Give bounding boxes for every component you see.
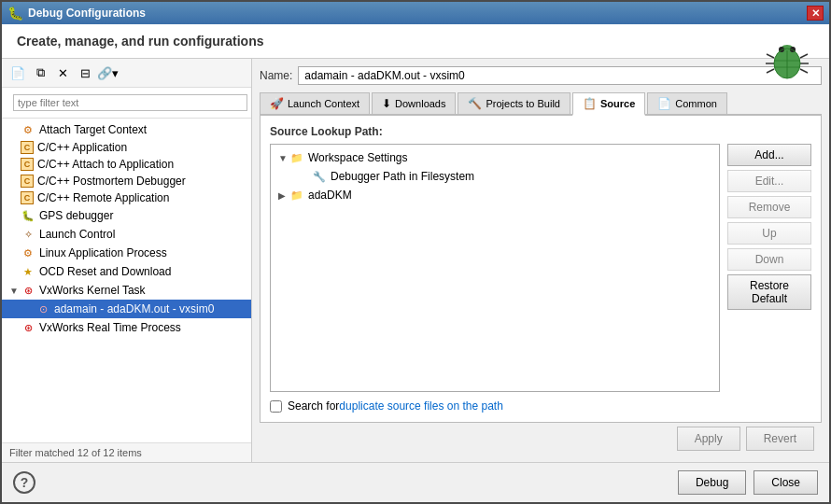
bug-logo bbox=[764, 37, 810, 84]
tab-launch-context[interactable]: 🚀 Launch Context bbox=[260, 92, 370, 114]
window-title: Debug Configurations bbox=[28, 7, 146, 20]
list-item-adamain[interactable]: ⊙ adamain - adaDKM.out - vxsim0 bbox=[2, 300, 251, 318]
wrench-icon: ✧ bbox=[21, 227, 35, 242]
debug-configurations-window: 🐛 Debug Configurations ✕ Create, manage,… bbox=[0, 0, 831, 504]
list-item-vxworks-rtp[interactable]: ⊛ VxWorks Real Time Process bbox=[2, 318, 251, 337]
filter-status: Filter matched 12 of 12 items bbox=[2, 442, 251, 462]
name-row: Name: bbox=[260, 66, 822, 85]
source-lookup-tree[interactable]: ▼ 📁 Workspace Settings 🔧 Debugger Path i… bbox=[270, 144, 720, 392]
source-tree-debugger-path[interactable]: 🔧 Debugger Path in Filesystem bbox=[275, 167, 715, 186]
star-icon: ★ bbox=[21, 264, 35, 279]
tabs-bar: 🚀 Launch Context ⬇ Downloads 🔨 Projects … bbox=[260, 92, 822, 116]
source-tab-content: Source Lookup Path: ▼ 📁 Workspace Settin… bbox=[260, 116, 822, 423]
duplicate-source-checkbox[interactable] bbox=[270, 400, 282, 413]
help-button[interactable]: ? bbox=[13, 471, 35, 494]
left-panel: 📄 ⧉ ✕ ⊟ 🔗▾ ⚙ Attach Target Context bbox=[2, 59, 252, 462]
checkbox-prefix-text: Search for bbox=[288, 399, 339, 413]
add-button[interactable]: Add... bbox=[727, 144, 811, 166]
title-bar: 🐛 Debug Configurations ✕ bbox=[2, 2, 829, 24]
left-toolbar: 📄 ⧉ ✕ ⊟ 🔗▾ bbox=[2, 59, 251, 88]
down-button[interactable]: Down bbox=[727, 248, 811, 271]
close-button[interactable]: Close bbox=[754, 470, 818, 495]
folder-icon: 📁 bbox=[289, 188, 304, 203]
list-item-cpp-remote[interactable]: C C/C++ Remote Application bbox=[2, 189, 251, 206]
right-panel: Name: 🚀 Launch Context ⬇ Downloads 🔨 Pro… bbox=[252, 59, 829, 462]
apply-button[interactable]: Apply bbox=[677, 427, 740, 451]
folder-open-icon: 📁 bbox=[289, 150, 304, 165]
edit-button[interactable]: Edit... bbox=[727, 170, 811, 192]
c-icon: C bbox=[21, 191, 34, 204]
source-tab-icon: 📋 bbox=[583, 97, 597, 110]
svg-line-9 bbox=[800, 69, 808, 73]
link-button[interactable]: 🔗▾ bbox=[97, 63, 118, 83]
bug-icon: 🐛 bbox=[21, 208, 35, 223]
vx-small-icon: ⊙ bbox=[35, 301, 50, 316]
list-item-vxworks-kernel[interactable]: ▼ ⊛ VxWorks Kernel Task bbox=[2, 281, 251, 300]
launch-context-tab-icon: 🚀 bbox=[270, 97, 284, 110]
delete-config-button[interactable]: ✕ bbox=[52, 63, 73, 83]
header-area: Create, manage, and run configurations bbox=[2, 24, 829, 59]
tab-source[interactable]: 📋 Source bbox=[572, 92, 645, 116]
projects-build-tab-icon: 🔨 bbox=[468, 97, 482, 110]
list-item-launch-control[interactable]: ✧ Launch Control bbox=[2, 225, 251, 244]
list-item-cpp-postmortem[interactable]: C C/C++ Postmortem Debugger bbox=[2, 173, 251, 189]
common-tab-icon: 📄 bbox=[657, 97, 671, 110]
tab-projects-build[interactable]: 🔨 Projects to Build bbox=[458, 92, 570, 114]
name-input[interactable] bbox=[298, 66, 822, 85]
source-section-label: Source Lookup Path: bbox=[270, 125, 811, 138]
source-tree-adadkm[interactable]: ▶ 📁 adaDKM bbox=[275, 186, 715, 204]
name-label: Name: bbox=[260, 69, 292, 82]
duplicate-config-button[interactable]: ⧉ bbox=[30, 63, 50, 83]
header-title: Create, manage, and run configurations bbox=[17, 34, 814, 49]
new-config-button[interactable]: 📄 bbox=[7, 63, 28, 83]
source-tree-workspace[interactable]: ▼ 📁 Workspace Settings bbox=[275, 148, 715, 167]
svg-line-6 bbox=[767, 69, 774, 73]
c-icon: C bbox=[21, 141, 34, 154]
close-window-button[interactable]: ✕ bbox=[807, 6, 824, 21]
svg-line-7 bbox=[800, 54, 808, 58]
svg-line-4 bbox=[767, 54, 774, 58]
list-item-gps[interactable]: 🐛 GPS debugger bbox=[2, 206, 251, 225]
vx-icon: ⊛ bbox=[21, 283, 35, 298]
gear-icon: ⚙ bbox=[21, 122, 35, 137]
collapse-all-button[interactable]: ⊟ bbox=[75, 63, 95, 83]
list-item-attach[interactable]: ⚙ Attach Target Context bbox=[2, 120, 251, 139]
debug-button[interactable]: Debug bbox=[678, 470, 746, 495]
tab-downloads[interactable]: ⬇ Downloads bbox=[372, 92, 456, 114]
duplicate-source-link[interactable]: duplicate source files on the path bbox=[339, 399, 502, 413]
downloads-tab-icon: ⬇ bbox=[382, 97, 391, 110]
c-icon: C bbox=[21, 158, 34, 171]
bottom-bar: ? Debug Close bbox=[2, 462, 829, 502]
source-action-buttons: Add... Edit... Remove Up Down Restore De… bbox=[727, 144, 811, 392]
apply-revert-area: Apply Revert bbox=[260, 423, 822, 455]
title-bar-bug-icon: 🐛 bbox=[7, 6, 22, 21]
remove-button[interactable]: Remove bbox=[727, 196, 811, 218]
duplicate-source-row: Search for duplicate source files on the… bbox=[270, 399, 811, 413]
gear-icon: ⚙ bbox=[21, 245, 35, 260]
restore-default-button[interactable]: Restore Default bbox=[727, 274, 811, 310]
tab-common[interactable]: 📄 Common bbox=[647, 92, 727, 114]
revert-button[interactable]: Revert bbox=[746, 427, 814, 451]
source-area: ▼ 📁 Workspace Settings 🔧 Debugger Path i… bbox=[270, 144, 811, 392]
list-item-cpp-app[interactable]: C C/C++ Application bbox=[2, 139, 251, 156]
list-item-ocd[interactable]: ★ OCD Reset and Download bbox=[2, 262, 251, 281]
filter-input[interactable] bbox=[13, 94, 247, 111]
main-content: 📄 ⧉ ✕ ⊟ 🔗▾ ⚙ Attach Target Context bbox=[2, 59, 829, 462]
tree-list: ⚙ Attach Target Context C C/C++ Applicat… bbox=[2, 119, 251, 442]
wrench-small-icon: 🔧 bbox=[312, 169, 327, 184]
list-item-linux[interactable]: ⚙ Linux Application Process bbox=[2, 244, 251, 262]
vx-icon: ⊛ bbox=[21, 320, 35, 335]
list-item-cpp-attach[interactable]: C C/C++ Attach to Application bbox=[2, 156, 251, 173]
c-icon: C bbox=[21, 175, 34, 188]
up-button[interactable]: Up bbox=[727, 222, 811, 245]
